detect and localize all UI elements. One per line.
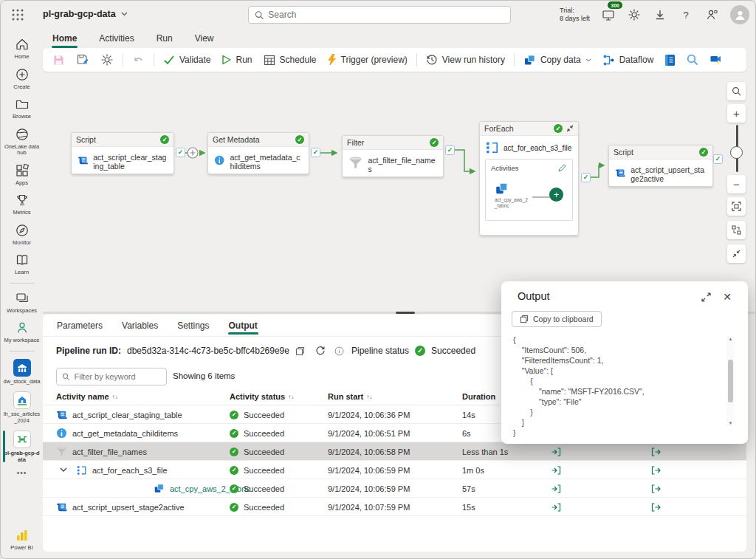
- tab-home[interactable]: Home: [52, 31, 78, 46]
- tab-variables[interactable]: Variables: [121, 318, 159, 334]
- sidebar-item-browse[interactable]: Browse: [1, 93, 43, 123]
- table-row[interactable]: act_script_upsert_stage2active ✓Succeede…: [43, 498, 746, 516]
- feedback-person-button[interactable]: [704, 7, 719, 22]
- input-icon[interactable]: [551, 502, 561, 512]
- foreach-activities-container[interactable]: Activities act_cpy_aws_2_fabric +: [485, 159, 573, 221]
- expand-chevron-icon[interactable]: [60, 467, 67, 473]
- capacity-monitor-button[interactable]: 300: [601, 7, 616, 22]
- notebook-icon: [664, 54, 676, 66]
- sidebar-item-monitor[interactable]: Monitor: [1, 219, 43, 250]
- resize-handle[interactable]: [396, 312, 415, 314]
- node-type-label: Get Metadata: [213, 135, 260, 144]
- help-button[interactable]: ?: [678, 7, 693, 22]
- avatar[interactable]: [730, 5, 749, 24]
- output-icon[interactable]: [651, 502, 662, 512]
- expand-icon[interactable]: [701, 292, 711, 302]
- sidebar-item-onelake-data-hub[interactable]: OneLake data hub: [1, 123, 43, 160]
- filter-keyword-input[interactable]: [75, 372, 161, 381]
- zoom-out-button[interactable]: −: [727, 175, 746, 193]
- node-output-check[interactable]: ✓: [311, 148, 320, 157]
- sidebar-item-metrics[interactable]: Metrics: [1, 189, 43, 219]
- sidebar-item-apps[interactable]: Apps: [1, 160, 43, 190]
- settings-button[interactable]: [627, 7, 642, 22]
- copy-to-clipboard-button[interactable]: Copy to clipboard: [512, 311, 602, 327]
- browse-search-button[interactable]: [684, 51, 701, 69]
- pipeline-settings-button[interactable]: [98, 50, 116, 69]
- sidebar-item-my-workspace[interactable]: My workspace: [1, 317, 43, 347]
- sidebar-item-learn[interactable]: Learn: [1, 249, 43, 279]
- node-script-clear-staging[interactable]: Script ✓ act_script_clear_staging_table: [71, 132, 174, 174]
- tab-view[interactable]: View: [194, 31, 215, 46]
- tab-activities[interactable]: Activities: [98, 31, 134, 46]
- output-icon[interactable]: [651, 484, 662, 494]
- inner-activity-copy[interactable]: act_cpy_aws_2_fabric: [495, 182, 529, 208]
- node-output-check[interactable]: ✓: [176, 148, 185, 157]
- pipeline-icon: [13, 431, 31, 448]
- node-filter[interactable]: Filter ✓ act_filter_file_names: [342, 135, 444, 177]
- popup-scrollbar[interactable]: ▲ ▼: [726, 336, 735, 426]
- collapse-panel-button[interactable]: [727, 244, 746, 263]
- collapse-icon[interactable]: [566, 125, 574, 132]
- tab-settings[interactable]: Settings: [176, 318, 210, 334]
- add-activity-button[interactable]: +: [549, 188, 563, 202]
- tab-run[interactable]: Run: [156, 31, 173, 46]
- trigger-preview-button[interactable]: Trigger (preview): [326, 51, 410, 69]
- toolbar-separator: [154, 53, 154, 66]
- scroll-down-icon[interactable]: ▼: [729, 421, 733, 425]
- node-output-check[interactable]: ✓: [445, 145, 455, 155]
- sidebar-item-create[interactable]: Create: [1, 64, 43, 94]
- scroll-thumb[interactable]: [728, 360, 733, 402]
- input-icon[interactable]: [551, 447, 561, 457]
- copy-icon[interactable]: [295, 346, 305, 356]
- search-input[interactable]: [268, 10, 504, 20]
- sidebar-item-workspaces[interactable]: Workspaces: [1, 287, 43, 318]
- schedule-button[interactable]: Schedule: [261, 51, 319, 69]
- dataflow-button[interactable]: Dataflow: [600, 51, 656, 69]
- node-get-metadata[interactable]: Get Metadata ✓ act_get_metadata_childite…: [207, 132, 309, 174]
- save-button[interactable]: [50, 51, 67, 69]
- sidebar-item-power-bi[interactable]: Power BI: [1, 524, 43, 559]
- zoom-slider-handle[interactable]: [730, 146, 743, 159]
- rail-more-button[interactable]: •••: [17, 466, 27, 480]
- tab-parameters[interactable]: Parameters: [56, 318, 103, 334]
- announcement-flag-button[interactable]: [707, 51, 724, 69]
- sort-icon: ↑↓: [366, 394, 372, 400]
- edit-pencil-icon[interactable]: [558, 163, 567, 172]
- copy-data-button[interactable]: Copy data: [521, 51, 594, 69]
- output-icon[interactable]: [651, 465, 662, 476]
- save-as-button[interactable]: [74, 50, 92, 69]
- sidebar-item-dw-stock-data[interactable]: dw_stock_data: [1, 355, 43, 388]
- view-run-history-button[interactable]: View run history: [424, 51, 507, 69]
- table-row-nested[interactable]: act_cpy_aws_2_fabric ✓Succeeded 9/1/2024…: [43, 479, 746, 498]
- canvas-search-button[interactable]: [727, 82, 746, 100]
- auto-layout-button[interactable]: [727, 221, 746, 239]
- table-row-selected[interactable]: act_filter_file_names ✓Succeeded 9/1/202…: [43, 442, 746, 461]
- fit-to-screen-button[interactable]: [727, 197, 746, 216]
- scroll-up-icon[interactable]: ▲: [729, 337, 733, 341]
- sidebar-item-pl-grab-gcp-data[interactable]: pl-grab-gcp-data: [1, 427, 43, 466]
- validate-button[interactable]: Validate: [161, 52, 213, 68]
- refresh-icon[interactable]: [315, 346, 326, 356]
- sidebar-item-home[interactable]: Home: [1, 33, 43, 64]
- run-button[interactable]: Run: [219, 52, 254, 68]
- node-output-check[interactable]: ✓: [581, 173, 591, 182]
- notebook-button[interactable]: [662, 51, 678, 69]
- table-row[interactable]: act_for_each_s3_file ✓Succeeded 9/1/2024…: [43, 461, 746, 479]
- info-icon[interactable]: [334, 346, 344, 356]
- zoom-in-button[interactable]: +: [727, 104, 746, 123]
- node-output-check[interactable]: ✓: [713, 154, 723, 164]
- close-icon[interactable]: ✕: [723, 291, 732, 303]
- input-icon[interactable]: [551, 465, 561, 476]
- app-launcher-icon[interactable]: [10, 7, 26, 23]
- activity-name: act_script_upsert_stage2active: [72, 503, 185, 512]
- node-script-upsert[interactable]: Script ✓ act_script_upsert_stage2active: [608, 145, 713, 187]
- tab-output[interactable]: Output: [228, 318, 258, 334]
- sidebar-item-lh-ssc-articles[interactable]: lh_ssc_articles_2024: [1, 388, 43, 427]
- node-foreach[interactable]: ForEach ✓ act_for_each_s3_file Activitie…: [479, 121, 579, 236]
- pipeline-canvas[interactable]: Script ✓ act_script_clear_staging_table …: [43, 72, 756, 312]
- pipeline-title-menu[interactable]: pl-grab-gcp-data: [43, 9, 128, 19]
- undo-button[interactable]: [130, 51, 147, 69]
- download-button[interactable]: [653, 7, 667, 22]
- output-icon[interactable]: [651, 447, 662, 457]
- input-icon[interactable]: [551, 484, 561, 494]
